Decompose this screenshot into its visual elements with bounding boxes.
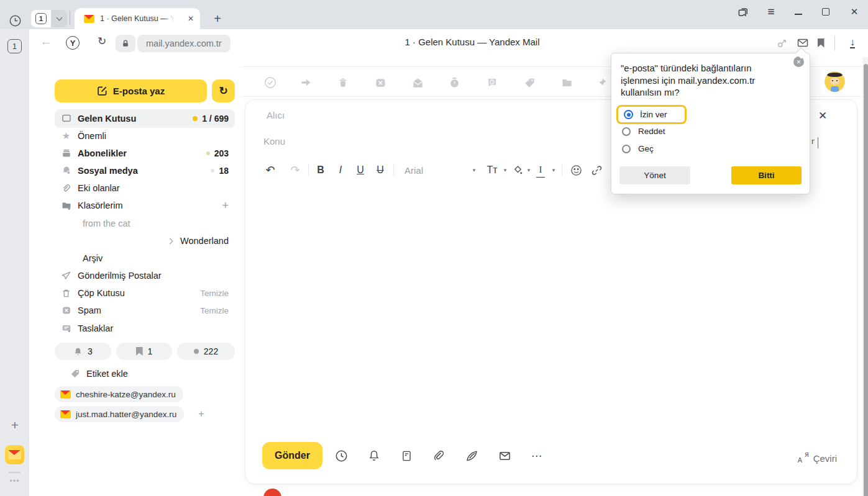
tab-group-control[interactable]: 1: [31, 10, 67, 27]
text-color-chevron-icon[interactable]: ▾: [550, 163, 557, 178]
yandex-mail-icon: [60, 390, 71, 399]
sidebar-divider: [9, 472, 21, 473]
font-size-chevron-icon[interactable]: ▾: [501, 163, 509, 178]
empty-spam-link[interactable]: Temizle: [200, 306, 229, 315]
compose-email-button[interactable]: E-posta yaz: [55, 79, 207, 102]
active-tab[interactable]: 1 · Gelen Kutusu — Yand ✕: [75, 8, 200, 29]
subject-field[interactable]: Konu: [263, 136, 285, 147]
done-button[interactable]: Bitti: [731, 166, 802, 184]
folder-archive[interactable]: Arşiv: [55, 250, 235, 267]
radio-icon[interactable]: [622, 127, 631, 136]
browser-titlebar: 1 1 · Gelen Kutusu — Yand ✕ + ≡ ✕: [0, 0, 868, 29]
translate-label: Çeviri: [813, 453, 837, 464]
font-size-select[interactable]: Tт: [483, 163, 501, 178]
tab-group-chevron-icon[interactable]: [51, 10, 67, 27]
folder-sent[interactable]: Gönderilmiş Postalar: [55, 267, 235, 284]
download-icon[interactable]: ↓: [844, 35, 861, 51]
history-icon[interactable]: [8, 14, 22, 27]
strikethrough-button[interactable]: U: [373, 163, 388, 178]
to-field[interactable]: Alıcı: [267, 110, 285, 120]
folder-label: from the cat: [83, 219, 130, 228]
attach-from-disk-icon[interactable]: [464, 448, 480, 464]
fill-color-button[interactable]: [511, 163, 524, 178]
text-color-button[interactable]: I: [536, 163, 545, 178]
folder-spam[interactable]: Spam Temizle: [55, 302, 235, 319]
send-plane-icon: [61, 271, 71, 281]
undo-icon[interactable]: ↶: [263, 163, 278, 178]
delete-icon: [336, 75, 350, 90]
sidebar-more-icon[interactable]: •••: [5, 476, 24, 485]
folder-attachments[interactable]: Eki olanlar: [55, 179, 235, 197]
toolbar-separator: [308, 164, 309, 176]
empty-trash-link[interactable]: Temizle: [200, 289, 229, 298]
option-deny[interactable]: Reddet: [622, 127, 665, 136]
font-family-chevron-icon[interactable]: ▾: [470, 163, 478, 178]
close-compose-icon[interactable]: ✕: [816, 109, 829, 122]
notify-icon[interactable]: [366, 448, 382, 464]
folder-trash[interactable]: Çöp Kutusu Temizle: [55, 284, 235, 302]
reload-icon[interactable]: ↻: [94, 35, 110, 48]
radio-selected-icon[interactable]: [624, 110, 633, 119]
user-avatar[interactable]: [825, 71, 845, 92]
attach-from-mail-icon[interactable]: [496, 448, 513, 464]
tab-close-icon[interactable]: ✕: [188, 14, 194, 23]
folder-inbox[interactable]: Gelen Kutusu 1 / 699: [55, 109, 235, 128]
window-close-button[interactable]: ✕: [845, 2, 864, 21]
badge-count: 222: [204, 346, 218, 356]
window-maximize-button[interactable]: [816, 2, 835, 21]
url-field[interactable]: mail.yandex.com.tr: [137, 35, 231, 52]
insert-link-icon[interactable]: [589, 163, 604, 178]
expand-chevron-icon[interactable]: [167, 238, 173, 244]
tab-counter-badge[interactable]: 1: [7, 39, 22, 53]
folder-from-the-cat[interactable]: from the cat: [55, 215, 235, 232]
yandex-logo-icon[interactable]: Y: [66, 36, 80, 50]
option-skip[interactable]: Geç: [622, 144, 654, 153]
folder-drafts[interactable]: Taslaklar: [55, 320, 235, 337]
window-minimize-button[interactable]: [789, 2, 808, 21]
folder-subscriptions[interactable]: Abonelikler 203: [55, 145, 235, 162]
ssl-lock-icon[interactable]: [116, 35, 135, 52]
side-panels-icon[interactable]: [734, 2, 752, 21]
more-options-icon[interactable]: ⋯: [529, 448, 545, 464]
radio-icon[interactable]: [622, 145, 631, 153]
from-chevron-icon[interactable]: [818, 137, 818, 148]
manage-button[interactable]: Yönet: [619, 166, 690, 184]
menu-icon[interactable]: ≡: [762, 2, 780, 21]
bookmark-icon[interactable]: [813, 35, 829, 51]
add-folder-icon[interactable]: +: [222, 199, 229, 212]
font-family-select[interactable]: Arial: [404, 163, 432, 178]
add-account-icon[interactable]: +: [193, 406, 209, 422]
account-item[interactable]: just.mad.hatter@yandex.ru: [55, 406, 184, 422]
schedule-send-icon[interactable]: [333, 448, 349, 464]
toolbar-separator: [562, 164, 562, 176]
back-icon[interactable]: ←: [38, 35, 54, 48]
scrollbar-thumb[interactable]: [864, 64, 868, 496]
bold-button[interactable]: B: [313, 163, 328, 178]
folder-important[interactable]: ★ Önemli: [55, 127, 235, 145]
attach-file-icon[interactable]: [431, 448, 447, 464]
bookmarked-filter-pill[interactable]: 1: [116, 343, 172, 360]
underline-button[interactable]: U: [353, 163, 368, 178]
emoji-icon[interactable]: [569, 163, 583, 178]
from-field-fragment: n: [811, 137, 815, 146]
template-icon[interactable]: [398, 448, 414, 464]
account-item[interactable]: cheshire-katze@yandex.ru: [55, 386, 183, 402]
sidebar-add-icon[interactable]: +: [6, 417, 24, 434]
folder-wonderland[interactable]: Wonderland: [55, 232, 235, 250]
add-label-button[interactable]: Etiket ekle: [55, 365, 235, 382]
refresh-mail-button[interactable]: ↻: [212, 79, 235, 102]
send-button[interactable]: Gönder: [262, 442, 322, 469]
option-allow[interactable]: İzin ver: [616, 105, 687, 124]
share-icon[interactable]: [774, 35, 790, 51]
folder-my-folders[interactable]: Klasörlerim +: [55, 197, 235, 214]
reminders-filter-pill[interactable]: 3: [55, 343, 111, 360]
popup-close-icon[interactable]: ✕: [793, 56, 804, 67]
new-tab-button[interactable]: +: [209, 10, 226, 27]
translate-button[interactable]: Aя Çeviri: [798, 448, 837, 464]
yandex-mail-app-icon[interactable]: [5, 445, 24, 464]
tab-group-count-badge[interactable]: 1: [31, 10, 51, 27]
italic-button[interactable]: I: [333, 163, 348, 178]
fill-color-chevron-icon[interactable]: ▾: [525, 163, 532, 178]
folder-social[interactable]: Sosyal medya 18: [55, 162, 235, 179]
unread-filter-pill[interactable]: 222: [177, 343, 235, 360]
